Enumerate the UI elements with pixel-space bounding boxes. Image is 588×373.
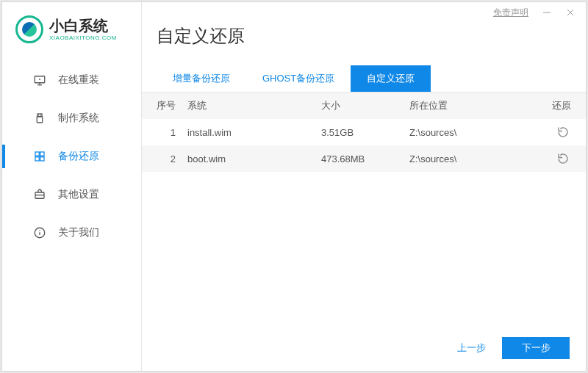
table-header: 序号 系统 大小 所在位置 还原	[142, 93, 586, 119]
table-row[interactable]: 1 install.wim 3.51GB Z:\sources\	[142, 119, 586, 145]
close-button[interactable]	[559, 4, 581, 21]
monitor-icon	[33, 73, 46, 87]
cell-location: Z:\sources\	[409, 153, 542, 164]
col-header-action: 还原	[542, 99, 571, 112]
logo-subtitle: XIAOBAIXITONG.COM	[49, 35, 117, 41]
svg-rect-12	[40, 152, 44, 156]
restore-icon	[556, 152, 570, 165]
tab-ghost[interactable]: GHOST备份还原	[246, 65, 351, 92]
logo: 小白系统 XIAOBAIXITONG.COM	[2, 2, 141, 58]
sidebar: 小白系统 XIAOBAIXITONG.COM 在线重装 制作系统	[2, 2, 142, 371]
cell-index: 2	[157, 153, 182, 164]
cell-size: 3.51GB	[321, 127, 409, 138]
col-header-index: 序号	[157, 99, 182, 112]
body: 小白系统 XIAOBAIXITONG.COM 在线重装 制作系统	[2, 2, 586, 371]
col-header-location: 所在位置	[409, 99, 542, 112]
cell-index: 1	[157, 127, 182, 138]
table-row[interactable]: 2 boot.wim 473.68MB Z:\sources\	[142, 145, 586, 172]
logo-title: 小白系统	[49, 18, 117, 33]
svg-point-19	[39, 230, 40, 231]
svg-point-6	[39, 79, 40, 80]
restore-icon	[556, 126, 570, 139]
prev-button[interactable]: 上一步	[457, 341, 486, 355]
cell-location: Z:\sources\	[409, 127, 542, 138]
tab-incremental[interactable]: 增量备份还原	[157, 65, 246, 92]
toolbox-icon	[33, 188, 46, 201]
nav: 在线重装 制作系统 备份还原	[2, 58, 141, 252]
grid-icon	[33, 150, 46, 163]
svg-rect-14	[40, 157, 44, 161]
close-icon	[566, 8, 575, 17]
info-icon	[33, 226, 46, 239]
svg-rect-11	[35, 152, 39, 156]
nav-other-settings[interactable]: 其他设置	[2, 175, 141, 214]
minimize-icon	[542, 8, 551, 17]
svg-rect-13	[35, 157, 39, 161]
nav-make-system[interactable]: 制作系统	[2, 99, 141, 137]
disclaimer-link[interactable]: 免责声明	[493, 7, 528, 19]
restore-button[interactable]	[555, 124, 571, 140]
col-header-system: 系统	[182, 99, 321, 112]
main: 自定义还原 增量备份还原 GHOST备份还原 自定义还原 序号 系统 大小 所在…	[142, 2, 586, 371]
tabs: 增量备份还原 GHOST备份还原 自定义还原	[142, 65, 586, 93]
minimize-button[interactable]	[536, 4, 558, 21]
logo-text: 小白系统 XIAOBAIXITONG.COM	[49, 18, 117, 41]
app-window: 免责声明 小白系统 XIAOBAIXITONG.COM	[1, 1, 587, 372]
footer: 上一步 下一步	[457, 337, 570, 359]
cell-system: boot.wim	[182, 153, 321, 164]
col-header-size: 大小	[321, 99, 409, 112]
nav-about[interactable]: 关于我们	[2, 214, 141, 252]
titlebar: 免责声明	[489, 2, 586, 23]
nav-label: 其他设置	[58, 188, 99, 201]
cell-size: 473.68MB	[321, 153, 409, 164]
next-button[interactable]: 下一步	[502, 337, 570, 359]
cell-system: install.wim	[182, 127, 321, 138]
tab-custom[interactable]: 自定义还原	[351, 65, 431, 92]
nav-label: 制作系统	[58, 112, 99, 125]
nav-online-reinstall[interactable]: 在线重装	[2, 61, 141, 99]
usb-icon	[33, 112, 46, 125]
nav-backup-restore[interactable]: 备份还原	[2, 137, 141, 175]
nav-label: 关于我们	[58, 226, 99, 239]
restore-button[interactable]	[555, 151, 571, 167]
svg-rect-8	[37, 117, 43, 123]
table: 序号 系统 大小 所在位置 还原 1 install.wim 3.51GB Z:…	[142, 93, 586, 172]
nav-label: 备份还原	[58, 150, 99, 163]
nav-label: 在线重装	[58, 73, 99, 87]
logo-icon	[15, 15, 43, 43]
